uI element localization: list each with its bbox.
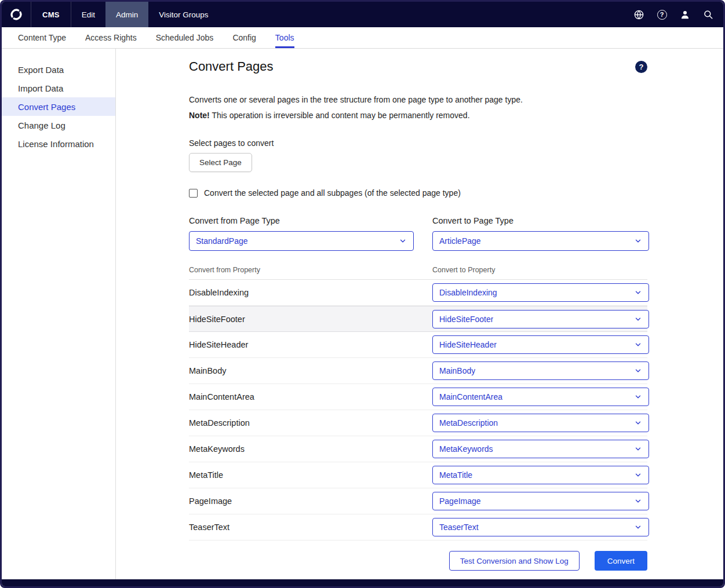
select-page-button[interactable]: Select Page — [189, 153, 252, 172]
subnav-tab-label: Scheduled Jobs — [156, 33, 214, 42]
property-from-label: PageImage — [189, 496, 414, 506]
convert-button[interactable]: Convert — [595, 551, 647, 571]
sidebar-item[interactable]: Export Data — [2, 60, 115, 79]
convert-to-type-select[interactable]: ArticlePage — [432, 231, 649, 251]
sidebar-item[interactable]: License Information — [2, 134, 115, 153]
subnav-tab[interactable]: Content Type — [18, 27, 66, 48]
note-label: Note! — [189, 111, 210, 120]
property-row: MetaKeywords MetaKeywords — [189, 436, 647, 462]
page-title: Convert Pages — [189, 59, 274, 74]
note-text: This operation is irreversible and conte… — [212, 111, 469, 120]
help-icon[interactable]: ? — [650, 2, 673, 27]
convert-from-type-select[interactable]: StandardPage — [189, 231, 414, 251]
chevron-down-icon — [634, 419, 642, 427]
property-to-select[interactable]: PageImage — [432, 492, 649, 510]
help-icon-glyph: ? — [657, 10, 667, 20]
top-menu-item-label: Visitor Groups — [159, 10, 208, 19]
top-menu: Edit Admin Visitor Groups — [71, 2, 219, 27]
property-row: MetaTitle MetaTitle — [189, 462, 647, 488]
top-menu-item[interactable]: Admin — [105, 2, 148, 27]
chevron-down-icon — [634, 471, 642, 479]
top-menu-item-label: Admin — [116, 10, 138, 19]
top-menu-item[interactable]: Visitor Groups — [148, 2, 218, 27]
bottom-bar — [2, 579, 723, 586]
top-bar-icons: ? — [627, 2, 723, 27]
convert-from-type-label: Convert from Page Type — [189, 216, 414, 225]
property-to-value: TeaserText — [439, 523, 479, 532]
property-to-value: HideSiteHeader — [439, 340, 497, 349]
admin-subnav: Content Type Access Rights Scheduled Job… — [2, 27, 723, 49]
top-menu-item-label: Edit — [82, 10, 95, 19]
property-row: HideSiteFooter HideSiteFooter — [189, 306, 647, 332]
page-help-glyph: ? — [639, 63, 644, 71]
subnav-tab-label: Config — [232, 33, 256, 42]
chevron-down-icon — [634, 288, 642, 297]
property-from-label: HideSiteFooter — [189, 315, 414, 324]
sidebar-item-label: Convert Pages — [18, 102, 75, 112]
globe-icon-glyph — [633, 9, 644, 20]
chevron-down-icon — [634, 393, 642, 401]
search-icon-glyph — [703, 9, 713, 20]
test-conversion-button[interactable]: Test Conversion and Show Log — [449, 551, 580, 571]
subnav-tab[interactable]: Tools — [275, 27, 294, 48]
globe-icon[interactable] — [627, 2, 650, 27]
chevron-down-icon — [634, 523, 642, 531]
subnav-tab[interactable]: Scheduled Jobs — [156, 27, 214, 48]
convert-from-type-value: StandardPage — [196, 236, 248, 246]
property-from-label: HideSiteHeader — [189, 340, 414, 349]
property-mapping-list: DisableIndexing DisableIndexing HideSite… — [189, 280, 647, 540]
property-from-label: MainContentArea — [189, 392, 414, 401]
property-to-value: MainContentArea — [439, 392, 502, 401]
property-to-value: MetaTitle — [439, 470, 472, 480]
property-to-select[interactable]: MetaKeywords — [432, 440, 649, 458]
subpages-checkbox-label: Convert the selected page and all subpag… — [204, 188, 461, 198]
optimizely-logo[interactable] — [2, 2, 31, 27]
subpages-checkbox[interactable] — [189, 189, 198, 198]
property-row: HideSiteHeader HideSiteHeader — [189, 332, 647, 358]
chevron-down-icon — [634, 445, 642, 453]
page-help-icon[interactable]: ? — [635, 61, 647, 73]
product-label[interactable]: CMS — [31, 2, 71, 27]
convert-to-type-label: Convert to Page Type — [432, 216, 649, 225]
property-row: MainContentArea MainContentArea — [189, 384, 647, 410]
chevron-down-icon — [634, 341, 642, 349]
property-to-select[interactable]: MetaTitle — [432, 466, 649, 484]
subnav-tab-label: Content Type — [18, 33, 66, 42]
subnav-tab[interactable]: Config — [232, 27, 256, 48]
top-menu-item[interactable]: Edit — [71, 2, 105, 27]
property-to-header: Convert to Property — [432, 266, 649, 274]
property-to-select[interactable]: MainBody — [432, 361, 649, 380]
property-from-header: Convert from Property — [189, 266, 414, 274]
select-pages-label: Select pages to convert — [189, 138, 647, 148]
top-bar: CMS Edit Admin Visitor Groups ? — [2, 2, 723, 27]
property-to-select[interactable]: HideSiteFooter — [432, 310, 649, 328]
app-window: CMS Edit Admin Visitor Groups ? — [0, 0, 725, 588]
property-row: TeaserText TeaserText — [189, 514, 647, 540]
user-icon[interactable] — [673, 2, 697, 27]
sidebar-item[interactable]: Import Data — [2, 79, 115, 97]
tools-sidebar: Export Data Import Data Convert Pages Ch… — [2, 49, 116, 579]
property-from-label: MetaDescription — [189, 418, 414, 428]
property-to-select[interactable]: TeaserText — [432, 518, 649, 536]
sidebar-item-label: License Information — [18, 139, 94, 149]
convert-pages-panel: Convert Pages ? Converts one or several … — [116, 49, 723, 579]
property-to-select[interactable]: HideSiteHeader — [432, 335, 649, 354]
sidebar-item-label: Export Data — [18, 65, 64, 75]
search-icon[interactable] — [697, 2, 720, 27]
sidebar-item[interactable]: Change Log — [2, 116, 115, 134]
property-row: MetaDescription MetaDescription — [189, 410, 647, 436]
property-from-label: MainBody — [189, 366, 414, 375]
chevron-down-icon — [634, 497, 642, 505]
property-to-value: MetaDescription — [439, 418, 498, 428]
subnav-tab-label: Tools — [275, 33, 294, 42]
property-to-select[interactable]: MetaDescription — [432, 414, 649, 432]
property-to-select[interactable]: MainContentArea — [432, 388, 649, 406]
subnav-tab[interactable]: Access Rights — [85, 27, 137, 48]
sidebar-item-label: Change Log — [18, 120, 65, 130]
property-row: PageImage PageImage — [189, 488, 647, 514]
page-note: Note! This operation is irreversible and… — [189, 111, 647, 120]
sidebar-item[interactable]: Convert Pages — [2, 97, 115, 116]
property-to-value: DisableIndexing — [439, 288, 497, 297]
property-to-value: MetaKeywords — [439, 444, 493, 454]
property-to-select[interactable]: DisableIndexing — [432, 283, 649, 302]
